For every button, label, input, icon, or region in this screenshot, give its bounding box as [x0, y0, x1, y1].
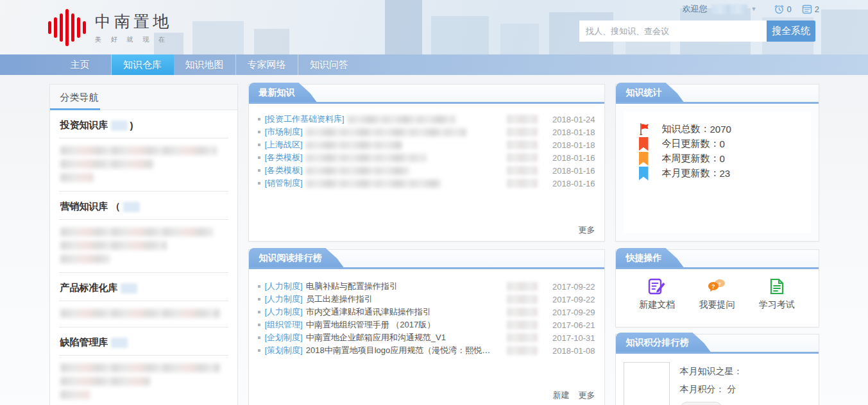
points-detail-button[interactable]	[680, 402, 722, 405]
page-header: 中南置地 美 好 就 现 在 欢迎您 ▼ 0	[0, 0, 868, 54]
category-link[interactable]: [组织管理]	[265, 319, 303, 331]
category-link[interactable]: [各类模板]	[265, 165, 303, 176]
bookmark-icon	[639, 137, 649, 151]
list-item[interactable]: [人力制度] 电脑补贴与配置操作指引 2017-09-22	[257, 280, 595, 293]
list-item[interactable]: [组织管理] 中南置地组织管理手册 （2017版） 2017-06-21	[257, 318, 595, 331]
list-item[interactable]: [各类模板] 2018-01-16	[257, 164, 595, 177]
quick-actions-panel: 快捷操作 新建文档	[615, 249, 819, 327]
stat-value: 0	[720, 153, 725, 164]
item-date: 2018-01-18	[547, 140, 595, 150]
item-date: 2017-09-22	[547, 295, 595, 304]
category-link[interactable]: [策划制度]	[265, 345, 303, 356]
author-redacted	[507, 295, 538, 304]
primary-nav: 主页 知识仓库 知识地图 专家网络 知识问答	[0, 54, 868, 75]
author-redacted	[507, 128, 538, 136]
avatar	[624, 362, 670, 405]
nav-tab-expert-network[interactable]: 专家网络	[236, 54, 298, 75]
count-redacted	[111, 120, 128, 131]
reminder-count: 0	[787, 4, 792, 14]
title-redacted	[348, 115, 455, 124]
stat-value: 23	[720, 168, 731, 179]
redacted-links	[59, 138, 228, 192]
new-doc-icon	[648, 278, 666, 295]
chevron-down-icon[interactable]: ▼	[751, 6, 757, 12]
category-title-investment[interactable]: 投资知识库 )	[59, 110, 228, 138]
list-item[interactable]: [投资工作基础资料库] 2018-01-24	[257, 113, 595, 126]
quick-action-new-document[interactable]: 新建文档	[639, 278, 675, 311]
welcome-label: 欢迎您	[683, 3, 708, 15]
category-label: 产品标准化库	[60, 282, 118, 294]
title-redacted	[306, 154, 427, 162]
more-link[interactable]: 更多	[579, 224, 595, 236]
item-date: 2018-01-08	[547, 346, 595, 356]
category-title-marketing[interactable]: 营销知识库 （	[59, 192, 228, 220]
category-title-defect-management[interactable]: 缺陷管理库	[59, 327, 228, 356]
nav-tab-knowledge-qa[interactable]: 知识问答	[298, 54, 361, 75]
points-ranking-panel: 知识积分排行榜 本月知识之星： 本月积分： 分	[615, 334, 819, 405]
list-item[interactable]: [各类模板] 2018-01-16	[257, 151, 595, 164]
category-link[interactable]: [人力制度]	[265, 306, 303, 318]
author-redacted	[507, 308, 538, 317]
category-nav-panel: 分类导航 投资知识库 ) 营销知识库 （	[49, 84, 238, 405]
username-redacted[interactable]	[711, 4, 747, 14]
calendar-counter[interactable]: 2	[802, 4, 819, 14]
author-redacted	[507, 166, 538, 175]
logo-title: 中南置地	[95, 11, 172, 32]
bullet-icon	[258, 118, 260, 120]
panel-title: 知识积分排行榜	[616, 333, 711, 352]
item-date: 2018-01-16	[547, 153, 595, 163]
new-link[interactable]: 新建	[553, 390, 570, 401]
stat-value: 2070	[710, 124, 731, 135]
bullet-icon	[258, 311, 260, 313]
knowledge-stats-panel: 知识统计 知识总数：2070 今日更新数：0	[615, 84, 819, 242]
panel-title: 知识统计	[616, 83, 684, 102]
list-item[interactable]: [上海战区] 2018-01-18	[257, 138, 595, 151]
panel-title: 最新知识	[249, 83, 317, 102]
reminder-counter[interactable]: 0	[774, 4, 792, 15]
item-date: 2017-10-31	[547, 333, 595, 343]
category-link[interactable]: [人力制度]	[265, 281, 303, 292]
svg-text:?: ?	[719, 282, 721, 286]
category-link[interactable]: [投资工作基础资料库]	[265, 113, 345, 125]
item-title: 2018中南置地项目logo应用规范（漫悦湾：熙悦：樾府：...	[306, 345, 498, 356]
nav-tab-home[interactable]: 主页	[49, 54, 112, 75]
redacted-links	[59, 356, 228, 405]
category-link[interactable]: [各类模板]	[265, 152, 303, 163]
bullet-icon	[258, 144, 260, 146]
category-link[interactable]: [市场制度]	[265, 126, 303, 138]
author-redacted	[507, 153, 538, 162]
panel-title: 快捷操作	[616, 248, 684, 267]
quick-action-label: 学习考试	[759, 299, 795, 311]
month-star-label: 本月知识之星：	[680, 366, 743, 377]
item-date: 2018-01-16	[547, 179, 595, 188]
list-item[interactable]: [企划制度] 中南置地企业邮箱应用和沟通规范_V1 2017-10-31	[257, 331, 595, 344]
quick-action-ask-question[interactable]: ? ? 我要提问	[699, 278, 735, 311]
search-system-button[interactable]: 搜全系统	[767, 21, 815, 42]
category-link[interactable]: [销管制度]	[265, 178, 303, 189]
nav-tab-knowledge-map[interactable]: 知识地图	[174, 54, 236, 75]
list-item[interactable]: [人力制度] 市内交通津贴和通讯津贴操作指引 2017-09-29	[257, 306, 595, 318]
quick-action-study-exam[interactable]: 学习考试	[759, 278, 795, 311]
bullet-icon	[258, 349, 260, 352]
item-date: 2018-01-16	[547, 166, 595, 176]
count-redacted	[111, 338, 128, 348]
stat-month-updates: 本月更新数：23	[639, 166, 811, 181]
logo-tagline: 美 好 就 现 在	[95, 35, 172, 44]
list-item[interactable]: [销管制度] 2018-01-16	[257, 177, 595, 190]
more-link[interactable]: 更多	[579, 390, 595, 401]
global-search: 搜全系统	[579, 21, 815, 42]
category-title-product-standard[interactable]: 产品标准化库	[59, 273, 228, 301]
list-item[interactable]: [策划制度] 2018中南置地项目logo应用规范（漫悦湾：熙悦：樾府：... …	[257, 344, 595, 357]
category-link[interactable]: [上海战区]	[265, 139, 303, 151]
item-title: 中南置地企业邮箱应用和沟通规范_V1	[306, 332, 446, 343]
item-date: 2017-09-22	[547, 282, 595, 292]
nav-tab-knowledge-warehouse[interactable]: 知识仓库	[112, 54, 174, 75]
search-input[interactable]	[579, 21, 767, 42]
list-item[interactable]: [市场制度] 2018-01-18	[257, 126, 595, 138]
list-item[interactable]: [人力制度] 员工出差操作指引 2017-09-22	[257, 293, 595, 306]
category-link[interactable]: [人力制度]	[265, 293, 303, 305]
month-points-label: 本月积分：	[680, 384, 725, 394]
category-section-defect-management: 缺陷管理库	[50, 327, 237, 405]
category-link[interactable]: [企划制度]	[265, 332, 303, 343]
bullet-icon	[258, 182, 260, 185]
